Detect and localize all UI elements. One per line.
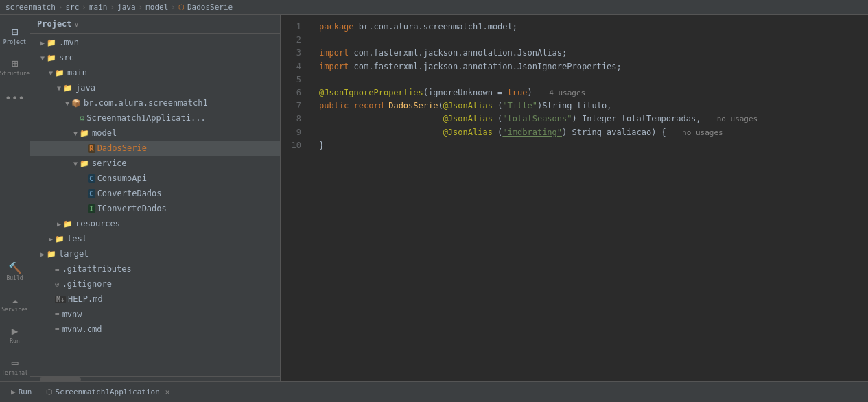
terminal-icon: ▭ (12, 357, 19, 368)
file-tree-hscrollbar[interactable] (30, 376, 280, 381)
breadcrumb-src[interactable]: src (65, 3, 79, 12)
structure-icon: ⊞ (12, 58, 19, 69)
tab-screenmatch-label: Screenmatch1Application (56, 388, 160, 397)
sidebar-project-btn[interactable]: ⊟ Project (1, 21, 29, 51)
more-icon: ••• (5, 93, 25, 104)
item-name-mvn: .mvn (59, 38, 79, 47)
item-name-service: service (92, 158, 127, 168)
sidebar-terminal-btn[interactable]: ▭ Terminal (1, 351, 29, 381)
item-name-iconvertedados: IConverteDados (97, 204, 167, 213)
breadcrumb-screenmatch[interactable]: screenmatch (5, 3, 56, 12)
item-name-src: src (59, 53, 74, 62)
item-name-helpmd: HELP.md (68, 294, 103, 304)
tree-item-gitignore[interactable]: ⊘ .gitignore (30, 276, 280, 292)
folder-icon-target: 📁 (47, 250, 56, 259)
record-icon: ⬡ (178, 3, 185, 11)
item-name-dadosserie: DadosSerie (97, 143, 147, 153)
mvnw-icon: ≡ (55, 310, 60, 319)
sidebar-run-btn[interactable]: ▶ Run (1, 320, 29, 350)
item-name-gitignore: .gitignore (62, 279, 112, 289)
tree-item-service[interactable]: ▼ 📁 service (30, 156, 280, 171)
tab-close-btn[interactable]: ✕ (165, 388, 170, 397)
app-icon: ⚙ (80, 113, 84, 123)
folder-icon-src: 📁 (47, 54, 56, 62)
md-icon-help: M↓ (55, 296, 66, 303)
chevron-test: ▶ (47, 235, 55, 243)
chevron-main: ▼ (47, 69, 55, 77)
chevron-pkg: ▼ (63, 99, 71, 107)
tree-item-consumoapi[interactable]: C ConsumoApi (30, 171, 280, 186)
chevron-src: ▼ (38, 54, 47, 62)
tree-item-helpmd[interactable]: M↓ HELP.md (30, 292, 280, 307)
chevron-model: ▼ (71, 130, 80, 137)
breadcrumb-current[interactable]: DadosSerie (187, 3, 233, 12)
run-tab-icon: ▶ (11, 388, 16, 397)
tree-item-mvnw[interactable]: ≡ mvnw (30, 307, 280, 322)
sidebar-more-btn[interactable]: ••• (1, 84, 29, 114)
item-name-convertedados: ConverteDados (97, 189, 162, 198)
code-content[interactable]: 1 2 3 4 5 6 7 8 9 10 package br.com.alur… (281, 15, 868, 381)
panel-title: Project (37, 19, 72, 29)
chevron-mvn: ▶ (38, 39, 47, 47)
tree-item-resources[interactable]: ▶ 📁 resources (30, 216, 280, 231)
record-icon-dadosserie: R (88, 144, 95, 153)
tree-item-mvnwcmd[interactable]: ≡ mvnw.cmd (30, 322, 280, 337)
item-name-resources: resources (75, 219, 120, 228)
tree-item-dadosserie[interactable]: R DadosSerie (30, 141, 280, 156)
build-icon: 🔨 (8, 263, 22, 274)
tab-run[interactable]: ▶ Run (4, 385, 39, 399)
item-name-consumoapi: ConsumoApi (97, 174, 147, 183)
chevron-service: ▼ (71, 160, 80, 167)
item-name-model: model (92, 128, 117, 138)
sidebar-build-btn[interactable]: 🔨 Build (1, 257, 29, 287)
bottom-tabs: ▶ Run ⬡ Screenmatch1Application ✕ (0, 381, 868, 402)
breadcrumb-java[interactable]: java (117, 3, 136, 12)
chevron-resources: ▶ (55, 220, 63, 228)
breadcrumb: screenmatch › src › main › java › model … (0, 0, 868, 15)
services-icon: ☁ (12, 294, 19, 305)
file-tree-panel: Project ∨ ▶ 📁 .mvn ▼ 📁 src ▼ 📁 (30, 15, 281, 381)
panel-chevron: ∨ (75, 21, 79, 28)
code-text[interactable]: package br.com.alura.screenmatch1.model;… (308, 15, 868, 381)
sidebar-services-btn[interactable]: ☁ Services (1, 288, 29, 318)
breadcrumb-model[interactable]: model (145, 3, 168, 12)
tree-item-mvn[interactable]: ▶ 📁 .mvn (30, 35, 280, 50)
item-name-java: java (75, 83, 95, 93)
folder-icon-test: 📁 (55, 235, 64, 244)
tree-item-convertedados[interactable]: C ConverteDados (30, 186, 280, 201)
project-icon: ⊟ (12, 27, 19, 38)
class-icon-convertedados: C (88, 189, 95, 198)
gitignore-icon: ⊘ (55, 280, 60, 289)
tree-item-pkg[interactable]: ▼ 📦 br.com.alura.screenmatch1 (30, 95, 280, 110)
item-name-mvnw: mvnw (62, 309, 82, 319)
icon-sidebar: ⊟ Project ⊞ Structure ••• 🔨 Build ☁ Serv… (0, 15, 30, 381)
h-scroll-thumb[interactable] (40, 377, 81, 381)
file-tree[interactable]: ▶ 📁 .mvn ▼ 📁 src ▼ 📁 main ▼ (30, 34, 280, 376)
item-name-target: target (59, 249, 89, 259)
tree-item-target[interactable]: ▶ 📁 target (30, 246, 280, 261)
folder-icon-model: 📁 (80, 129, 89, 138)
run-icon: ▶ (12, 326, 19, 337)
tree-item-model[interactable]: ▼ 📁 model (30, 126, 280, 141)
tree-item-app[interactable]: ⚙ Screenmatch1Applicati... (30, 110, 280, 126)
tree-item-main[interactable]: ▼ 📁 main (30, 65, 280, 80)
line-numbers: 1 2 3 4 5 6 7 8 9 10 (281, 15, 308, 381)
tree-item-gitattributes[interactable]: ≡ .gitattributes (30, 261, 280, 276)
sidebar-structure-btn[interactable]: ⊞ Structure (1, 52, 29, 82)
item-name-pkg: br.com.alura.screenmatch1 (84, 98, 208, 108)
item-name-main: main (67, 68, 87, 78)
tree-item-iconvertedados[interactable]: I IConverteDados (30, 201, 280, 216)
folder-icon-service: 📁 (80, 159, 89, 168)
folder-icon-resources: 📁 (63, 220, 73, 228)
mvnwcmd-icon: ≡ (55, 325, 60, 334)
folder-icon-main: 📁 (55, 69, 64, 78)
tree-item-test[interactable]: ▶ 📁 test (30, 231, 280, 246)
tab-screenmatch[interactable]: ⬡ Screenmatch1Application ✕ (39, 385, 177, 399)
tree-item-java[interactable]: ▼ 📁 java (30, 80, 280, 95)
breadcrumb-main[interactable]: main (89, 3, 108, 12)
panel-header: Project ∨ (30, 15, 280, 34)
tree-item-src[interactable]: ▼ 📁 src (30, 50, 280, 65)
chevron-java: ▼ (55, 84, 63, 92)
iface-icon-iconvertedados: I (88, 204, 95, 213)
screenmatch-tab-icon: ⬡ (46, 388, 53, 397)
